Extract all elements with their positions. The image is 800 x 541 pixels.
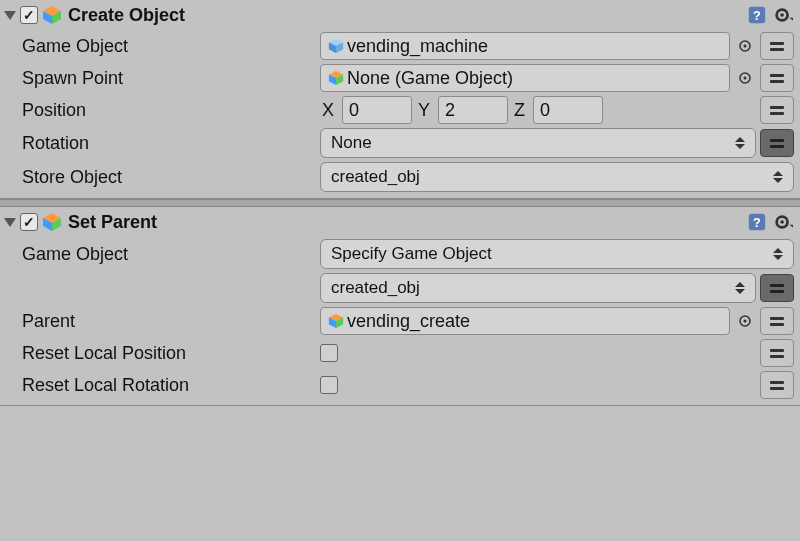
object-picker-icon[interactable] [734, 35, 756, 57]
create-object-action: ✓ Create Object ? Game Object vending_ma… [0, 0, 800, 199]
object-picker-icon[interactable] [734, 67, 756, 89]
game-object-variable-dropdown[interactable]: created_obj [320, 273, 756, 303]
dropdown-arrow-icon [773, 248, 783, 260]
position-x-input[interactable]: 0 [342, 96, 412, 124]
foldout-arrow-icon[interactable] [4, 218, 16, 227]
prefab-cube-icon [327, 37, 345, 55]
field-label: Parent [6, 311, 320, 332]
parent-field[interactable]: vending_create [320, 307, 730, 335]
game-object-row: Game Object vending_machine [0, 30, 800, 62]
axis-label-z: Z [512, 100, 529, 121]
options-button[interactable] [760, 96, 794, 124]
dropdown-arrow-icon [735, 282, 745, 294]
parent-row: Parent vending_create [0, 305, 800, 337]
rotation-dropdown[interactable]: None [320, 128, 756, 158]
spawn-point-row: Spawn Point None (Game Object) [0, 62, 800, 94]
game-object-row: Game Object Specify Game Object [0, 237, 800, 271]
field-label: Rotation [6, 133, 320, 154]
separator [0, 199, 800, 207]
field-label: Reset Local Rotation [6, 375, 320, 396]
gameobject-cube-icon [327, 69, 345, 87]
field-label: Spawn Point [6, 68, 320, 89]
reset-local-position-checkbox[interactable] [320, 344, 338, 362]
svg-text:?: ? [753, 215, 761, 230]
field-value: 2 [445, 100, 455, 121]
rotation-row: Rotation None [0, 126, 800, 160]
action-header[interactable]: ✓ Create Object ? [0, 0, 800, 30]
field-value: vending_create [347, 311, 470, 332]
svg-marker-25 [789, 225, 793, 228]
svg-point-17 [744, 77, 747, 80]
game-object-variable-row: created_obj [0, 271, 800, 305]
field-value: vending_machine [347, 36, 488, 57]
dropdown-value: created_obj [331, 278, 420, 298]
action-title: Create Object [68, 5, 742, 26]
reset-local-rotation-checkbox[interactable] [320, 376, 338, 394]
foldout-arrow-icon[interactable] [4, 11, 16, 20]
action-header[interactable]: ✓ Set Parent ? [0, 207, 800, 237]
svg-point-12 [744, 45, 747, 48]
options-button[interactable] [760, 371, 794, 399]
field-label: Game Object [6, 244, 320, 265]
store-object-row: Store Object created_obj [0, 160, 800, 198]
field-label: Position [6, 100, 320, 121]
checkmark-icon: ✓ [23, 7, 35, 23]
options-button[interactable] [760, 64, 794, 92]
help-icon[interactable]: ? [746, 4, 768, 26]
field-value: None (Game Object) [347, 68, 513, 89]
position-z-input[interactable]: 0 [533, 96, 603, 124]
action-cube-icon [42, 5, 62, 25]
reset-local-rotation-row: Reset Local Rotation [0, 369, 800, 405]
enable-checkbox[interactable]: ✓ [20, 213, 38, 231]
options-button[interactable] [760, 339, 794, 367]
checkmark-icon: ✓ [23, 214, 35, 230]
field-label: Reset Local Position [6, 343, 320, 364]
action-cube-icon [42, 212, 62, 232]
field-value: 0 [540, 100, 550, 121]
svg-text:?: ? [753, 8, 761, 23]
options-button[interactable] [760, 274, 794, 302]
gameobject-cube-icon [327, 312, 345, 330]
svg-point-6 [780, 13, 784, 17]
field-label: Game Object [6, 36, 320, 57]
action-title: Set Parent [68, 212, 742, 233]
gear-icon[interactable] [772, 211, 794, 233]
field-label: Store Object [6, 167, 320, 188]
options-button[interactable] [760, 307, 794, 335]
dropdown-arrow-icon [773, 171, 783, 183]
help-icon[interactable]: ? [746, 211, 768, 233]
reset-local-position-row: Reset Local Position [0, 337, 800, 369]
dropdown-arrow-icon [735, 137, 745, 149]
svg-marker-7 [789, 18, 793, 21]
position-y-input[interactable]: 2 [438, 96, 508, 124]
axis-label-x: X [320, 100, 338, 121]
options-button[interactable] [760, 129, 794, 157]
dropdown-value: Specify Game Object [331, 244, 492, 264]
dropdown-value: None [331, 133, 372, 153]
options-button[interactable] [760, 32, 794, 60]
object-picker-icon[interactable] [734, 310, 756, 332]
dropdown-value: created_obj [331, 167, 420, 187]
game-object-mode-dropdown[interactable]: Specify Game Object [320, 239, 794, 269]
svg-point-24 [780, 220, 784, 224]
gear-icon[interactable] [772, 4, 794, 26]
game-object-field[interactable]: vending_machine [320, 32, 730, 60]
enable-checkbox[interactable]: ✓ [20, 6, 38, 24]
position-row: Position X 0 Y 2 Z 0 [0, 94, 800, 126]
field-value: 0 [349, 100, 359, 121]
spawn-point-field[interactable]: None (Game Object) [320, 64, 730, 92]
axis-label-y: Y [416, 100, 434, 121]
store-object-dropdown[interactable]: created_obj [320, 162, 794, 192]
set-parent-action: ✓ Set Parent ? Game Object Specify Game … [0, 207, 800, 406]
svg-point-30 [744, 320, 747, 323]
